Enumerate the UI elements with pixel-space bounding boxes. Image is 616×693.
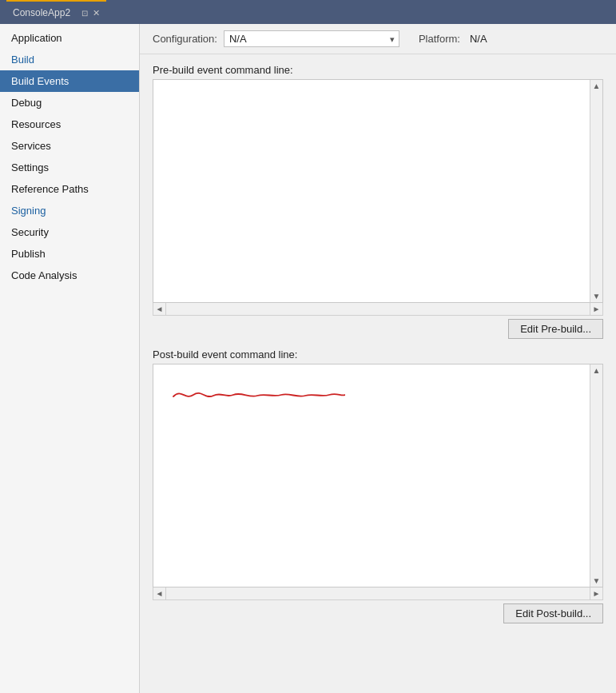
sections: Pre-build event command line: ▲ ▼ ◄ ► bbox=[140, 54, 616, 693]
post-build-button-row: Edit Post-build... bbox=[153, 603, 603, 623]
pre-build-scroll-h: ◄ ► bbox=[153, 303, 603, 316]
sidebar-item-services[interactable]: Services bbox=[0, 135, 139, 157]
sidebar-item-reference-paths[interactable]: Reference Paths bbox=[0, 178, 139, 200]
post-build-scroll-h: ◄ ► bbox=[153, 587, 603, 600]
platform-label: Platform: bbox=[419, 33, 460, 45]
title-tab: ConsoleApp2 ⊡ ✕ bbox=[6, 0, 106, 24]
pre-build-scroll-v: ▲ ▼ bbox=[590, 80, 602, 302]
pre-build-text-wrapper: ▲ ▼ bbox=[153, 79, 603, 303]
edit-pre-build-button[interactable]: Edit Pre-build... bbox=[508, 319, 603, 339]
main-container: Application Build Build Events Debug Res… bbox=[0, 24, 616, 693]
post-build-label: Post-build event command line: bbox=[153, 348, 603, 360]
pre-build-label: Pre-build event command line: bbox=[153, 64, 603, 76]
scroll-up-arrow-post[interactable]: ▲ bbox=[593, 366, 601, 375]
scroll-up-arrow[interactable]: ▲ bbox=[593, 82, 601, 90]
content-area: Configuration: N/A Platform: N/A Pre-bui… bbox=[140, 24, 616, 693]
scroll-h-track-post bbox=[166, 587, 590, 599]
sidebar-item-build-events[interactable]: Build Events bbox=[0, 70, 139, 92]
sidebar-item-security[interactable]: Security bbox=[0, 221, 139, 243]
sidebar-item-resources[interactable]: Resources bbox=[0, 114, 139, 135]
post-build-scroll-v: ▲ ▼ bbox=[590, 364, 602, 587]
sidebar-item-publish[interactable]: Publish bbox=[0, 243, 139, 265]
scroll-h-right-post[interactable]: ► bbox=[590, 587, 602, 599]
pre-build-button-row: Edit Pre-build... bbox=[153, 319, 603, 339]
title-bar: ConsoleApp2 ⊡ ✕ bbox=[0, 0, 616, 24]
sidebar-item-build[interactable]: Build bbox=[0, 49, 139, 70]
sidebar: Application Build Build Events Debug Res… bbox=[0, 24, 140, 693]
pre-build-section: Pre-build event command line: ▲ ▼ ◄ ► bbox=[153, 64, 603, 339]
sidebar-item-application[interactable]: Application bbox=[0, 27, 139, 49]
config-bar: Configuration: N/A Platform: N/A bbox=[140, 24, 616, 54]
post-build-area-wrapper: ▲ ▼ ◄ ► bbox=[153, 364, 603, 600]
post-build-text-wrapper: ▲ ▼ bbox=[153, 364, 603, 587]
pre-build-input[interactable] bbox=[153, 80, 590, 302]
scroll-down-arrow-post[interactable]: ▼ bbox=[593, 576, 601, 585]
platform-value: N/A bbox=[470, 33, 487, 45]
sidebar-item-signing[interactable]: Signing bbox=[0, 200, 139, 221]
pre-build-area: ▲ ▼ ◄ ► bbox=[153, 79, 603, 316]
app-title: ConsoleApp2 bbox=[13, 7, 70, 18]
post-build-input[interactable] bbox=[153, 364, 590, 587]
sidebar-item-settings[interactable]: Settings bbox=[0, 157, 139, 178]
post-build-section: Post-build event command line: ▲ ▼ bbox=[153, 348, 603, 623]
sidebar-item-code-analysis[interactable]: Code Analysis bbox=[0, 265, 139, 286]
scroll-h-left[interactable]: ◄ bbox=[153, 303, 166, 315]
edit-post-build-button[interactable]: Edit Post-build... bbox=[503, 603, 603, 623]
scroll-down-arrow[interactable]: ▼ bbox=[593, 292, 601, 301]
close-icon[interactable]: ✕ bbox=[93, 8, 100, 18]
scroll-h-right[interactable]: ► bbox=[590, 303, 602, 315]
scroll-h-left-post[interactable]: ◄ bbox=[153, 587, 166, 599]
sidebar-item-debug[interactable]: Debug bbox=[0, 92, 139, 114]
config-select[interactable]: N/A bbox=[224, 30, 399, 47]
pin-icon[interactable]: ⊡ bbox=[81, 9, 88, 18]
config-select-wrapper: N/A bbox=[224, 30, 399, 47]
config-label: Configuration: bbox=[153, 33, 217, 45]
scroll-h-track bbox=[166, 303, 590, 315]
